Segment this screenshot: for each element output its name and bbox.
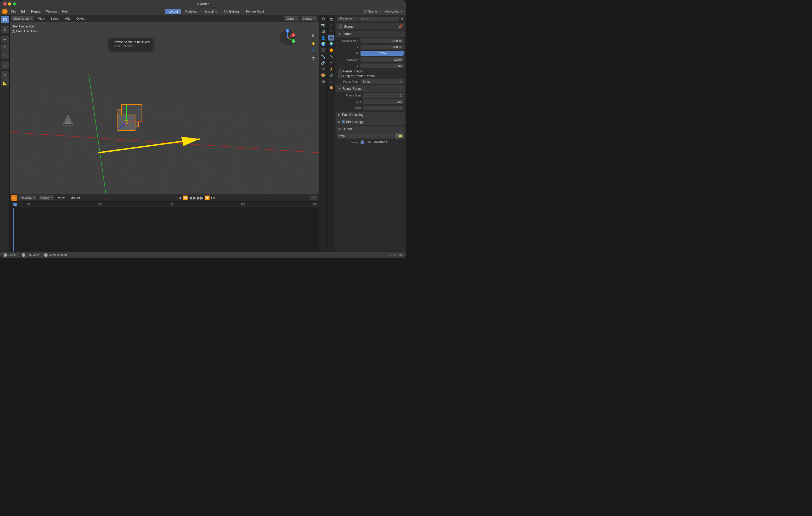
vp-pan-tool[interactable]: ✋ [310,40,317,47]
keying-dropdown[interactable]: Keying ▼ [39,195,54,200]
render-region-checkbox[interactable] [338,69,342,73]
close-button[interactable] [3,2,6,5]
vp-select[interactable]: Select [49,16,61,21]
tab-modeling[interactable]: Modeling [181,9,201,14]
timeline-track[interactable] [10,208,319,251]
tool-annotate[interactable]: ✏ [1,71,9,79]
vp-object[interactable]: Object [74,16,88,21]
icon-props-bar-8[interactable]: 🔗 [320,60,326,66]
format-dots[interactable]: ⋮⋮ [395,32,403,36]
current-frame-display[interactable]: 1 [310,195,317,200]
icon-props-bar-2[interactable]: 📷 [320,22,326,28]
format-list-icon[interactable]: ≡ [393,32,394,36]
frame-rate-dropdown[interactable]: 24 fps ▼ [360,79,404,84]
resolution-y-value[interactable]: 1080 px [360,45,404,50]
shading-dropdown[interactable]: Global ▼ [284,16,299,21]
play-btn[interactable]: ▶ [193,195,196,200]
frame-end-value[interactable]: 250 [363,99,404,104]
prop-icon-data[interactable]: △ [328,79,334,85]
file-ext-checkbox[interactable] [360,140,364,144]
tab-layout[interactable]: Layout [165,9,181,14]
icon-props-bar-11[interactable]: ▦ [320,79,326,85]
output-path-field[interactable]: /tmp/ 📁 [337,133,404,139]
viewport-gizmo[interactable]: Z X Y [277,27,298,48]
tool-scale[interactable]: ⤡ [1,52,9,59]
minimize-button[interactable] [8,2,11,5]
jump-end-btn[interactable]: ⏭ [211,195,215,200]
vp-zoom-tool[interactable]: 🔍 [310,33,317,39]
frame-range-dots[interactable]: ⋮⋮ [395,87,403,91]
menu-window[interactable]: Window [44,9,59,14]
output-dots[interactable]: ⋮⋮ [395,127,403,131]
output-header[interactable]: ▼ Output ⋮⋮ [336,126,405,132]
tool-rotate[interactable]: ↻ [1,44,9,51]
tool-cursor[interactable]: ⊕ [1,26,9,33]
menu-help[interactable]: Help [60,9,70,14]
tab-sculpting[interactable]: Sculpting [201,9,220,14]
prop-icon-material[interactable]: 🎨 [328,85,334,91]
resolution-pct-value[interactable]: 100% [360,51,404,56]
crop-render-checkbox[interactable] [338,74,342,78]
prop-icon-scene[interactable]: 🎬 [328,35,334,40]
tool-transform[interactable]: ⊞ [1,61,9,69]
menu-edit[interactable]: Edit [19,9,29,14]
maximize-button[interactable] [13,2,16,5]
step-fwd-btn[interactable]: ▶▶ [197,195,204,200]
scene-pin-btn[interactable]: 📌 [398,24,403,29]
prop-icon-object[interactable]: 🟠 [328,47,334,53]
icon-props-bar-10[interactable]: 🎨 [320,72,326,78]
tool-select[interactable] [1,16,9,23]
frame-step-value[interactable]: 1 [363,105,404,110]
icon-props-bar-7[interactable]: 🔧 [320,54,326,59]
props-expand-btn[interactable]: ▼ [400,17,404,21]
icon-props-bar-3[interactable]: 🖼 [320,29,326,34]
tool-measure[interactable]: 📐 [1,79,9,87]
jump-start-btn[interactable]: ⏮ [177,195,181,200]
scene-selector[interactable]: 🎬 Scene ▼ [362,9,382,14]
viewlayer-selector[interactable]: ViewLayer ▼ [383,9,404,14]
prop-icon-modifier[interactable]: 🔧 [328,54,334,59]
resolution-x-value[interactable]: 1920 px [360,38,404,43]
icon-props-bar-4[interactable]: 👤 [320,35,326,40]
menu-render[interactable]: Render [29,9,44,14]
stereoscopy-checkbox[interactable] [342,120,345,123]
tab-uv-editing[interactable]: UV Editing [221,9,242,14]
time-stretching-header[interactable]: ▶ Time Stretching [336,112,405,118]
prop-icon-output[interactable]: 🖨 [328,22,334,28]
stereoscopy-header[interactable]: ▶ Stereoscopy ⋮⋮ [336,118,405,125]
menu-file[interactable]: File [9,9,18,14]
viewport-canvas[interactable]: User Perspective (1) Collection | Cube Z [10,22,319,194]
vp-view[interactable]: View [36,16,47,21]
timeline-view[interactable]: View [56,195,67,200]
vp-walk-tool[interactable]: 🐾 [310,47,317,54]
mode-dropdown[interactable]: Object Mode ▼ [11,16,34,21]
frame-start-value[interactable]: 1 [363,93,404,98]
prop-icon-render[interactable]: 📷 [328,16,334,22]
aspect-y-value[interactable]: 1.000 [360,63,404,68]
vp-add[interactable]: Add [63,16,72,21]
icon-props-bar-1[interactable]: ⚙ [320,16,326,22]
format-section-header[interactable]: ▼ Format ≡ ⋮⋮ [336,31,405,37]
options-dropdown[interactable]: Options ▼ [300,16,317,21]
jump-next-btn[interactable]: ⏩ [205,195,210,200]
aspect-x-value[interactable]: 2.000 [360,57,404,62]
playback-dropdown[interactable]: Playback ▼ [19,195,37,200]
jump-prev-btn[interactable]: ⏪ [182,195,188,200]
prop-icon-constraints[interactable]: 🔗 [328,72,334,78]
icon-props-bar-5[interactable]: 🌍 [320,41,326,47]
vp-render-tool[interactable]: 📷 [310,55,317,61]
frame-range-header[interactable]: ▼ Frame Range ⋮⋮ [336,85,405,92]
prop-icon-physics[interactable]: ⚡ [328,66,334,72]
scene-name-field[interactable]: 🎬 Scene [337,17,358,22]
icon-props-bar-9[interactable]: 👁 [320,66,326,72]
prop-icon-world[interactable]: 🌍 [328,41,334,47]
props-search-input[interactable] [361,18,397,21]
output-path-browse-btn[interactable]: 📁 [396,133,404,139]
prop-icon-particles[interactable]: ✦ [328,60,334,66]
timeline-marker[interactable]: Marker [68,195,82,200]
step-back-btn[interactable]: ◀ [189,195,192,200]
tool-move[interactable]: ✛ [1,36,9,43]
tab-texture-paint[interactable]: Texture Paint [242,9,267,14]
icon-props-bar-6[interactable]: ⬛ [320,47,326,53]
prop-icon-view[interactable]: 👁 [328,29,334,34]
